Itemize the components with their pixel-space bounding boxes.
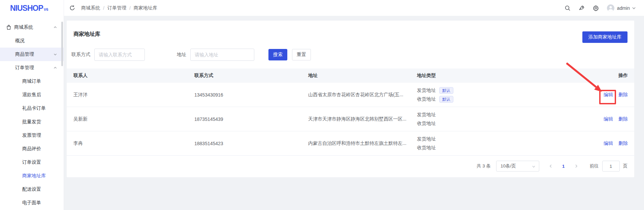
contact-cell: 吴新新 bbox=[67, 116, 190, 122]
sidebar-item-goods-review[interactable]: 商品评价 bbox=[0, 142, 64, 156]
brand-logo: NIUSHOP V6 bbox=[0, 0, 64, 16]
column-header-address: 地址 bbox=[304, 73, 413, 79]
search-icon[interactable] bbox=[565, 5, 571, 11]
add-merchant-address-button[interactable]: 添加商家地址库 bbox=[582, 31, 627, 43]
delete-link[interactable]: 删除 bbox=[618, 92, 628, 98]
chevron-up-icon bbox=[54, 66, 57, 70]
sidebar-item-giftcard-orders[interactable]: 礼品卡订单 bbox=[0, 102, 64, 115]
sidebar-item-label: 订单设置 bbox=[22, 159, 41, 165]
reset-button[interactable]: 重置 bbox=[292, 49, 311, 60]
actions-cell: 编辑 删除 bbox=[589, 116, 634, 122]
address-type-label: 发货地址 bbox=[417, 112, 436, 118]
sidebar-item-overview[interactable]: 概况 bbox=[0, 34, 64, 48]
sidebar-item-order-settings[interactable]: 订单设置 bbox=[0, 156, 64, 169]
address-table: 联系人 联系方式 地址 地址类型 操作 王洋洋 13453430916 山西省太… bbox=[67, 69, 634, 156]
sidebar-item-label: 礼品卡订单 bbox=[22, 105, 46, 111]
actions-cell: 编辑 删除 bbox=[589, 92, 634, 98]
gear-icon[interactable] bbox=[593, 5, 599, 11]
default-badge: 默认 bbox=[439, 96, 453, 103]
contact-cell: 王洋洋 bbox=[67, 92, 190, 98]
sidebar-item-label: 电子面单 bbox=[22, 200, 41, 206]
page-number[interactable]: 1 bbox=[562, 164, 565, 169]
edit-link[interactable]: 编辑 bbox=[604, 116, 613, 122]
address-type-label: 发货地址 bbox=[417, 87, 436, 94]
breadcrumb-separator: / bbox=[103, 5, 104, 11]
sidebar-item-electronic-waybill[interactable]: 电子面单 bbox=[0, 196, 64, 210]
address-type-cell: 发货地址 默认 收货地址 默认 bbox=[413, 87, 589, 103]
topbar-actions: admin bbox=[556, 4, 644, 12]
sidebar-item-label: 退款售后 bbox=[22, 92, 41, 98]
actions-cell: 编辑 删除 bbox=[589, 140, 634, 147]
sidebar-item-refund-aftersale[interactable]: 退款售后 bbox=[0, 88, 64, 102]
sidebar-scrollbar-thumb[interactable] bbox=[61, 22, 63, 66]
sidebar-item-merchant-address-library[interactable]: 商家地址库 bbox=[0, 169, 64, 183]
pagination-total: 共 3 条 bbox=[477, 163, 491, 169]
contact-filter-input[interactable] bbox=[94, 49, 145, 61]
address-filter-label: 地址 bbox=[177, 52, 186, 58]
search-button[interactable]: 搜索 bbox=[268, 49, 287, 60]
address-cell: 天津市天津市静海区静海区北韩别墅西区一区... bbox=[304, 116, 413, 122]
rocket-icon[interactable] bbox=[579, 5, 585, 11]
table-row: 李冉 18835145423 内蒙古自治区呼和浩特市土默特左旗土默特左... 发… bbox=[67, 131, 634, 156]
refresh-icon[interactable] bbox=[69, 5, 75, 11]
edit-link[interactable]: 编辑 bbox=[604, 92, 613, 98]
edit-link[interactable]: 编辑 bbox=[604, 140, 613, 147]
sidebar-item-label: 商家地址库 bbox=[22, 173, 46, 179]
user-silhouette-icon bbox=[607, 4, 614, 12]
table-header-row: 联系人 联系方式 地址 地址类型 操作 bbox=[67, 69, 634, 83]
breadcrumb-item[interactable]: 商家地址库 bbox=[134, 5, 157, 11]
sidebar-item-mall-system[interactable]: 商城系统 bbox=[0, 21, 64, 34]
sidebar-item-delivery-settings[interactable]: 配送设置 bbox=[0, 183, 64, 196]
address-filter-input[interactable] bbox=[190, 49, 254, 61]
sidebar-item-label: 配送设置 bbox=[22, 186, 41, 192]
contact-filter-label: 联系方式 bbox=[71, 52, 90, 58]
column-header-address-type: 地址类型 bbox=[413, 73, 589, 79]
address-type-label: 收货地址 bbox=[417, 96, 436, 102]
sidebar-item-label: 商城系统 bbox=[14, 24, 33, 30]
chevron-down-icon[interactable] bbox=[632, 6, 636, 10]
username[interactable]: admin bbox=[617, 5, 630, 11]
breadcrumb-separator: / bbox=[129, 5, 131, 11]
sidebar-item-order-management[interactable]: 订单管理 bbox=[0, 61, 64, 75]
sidebar-item-label: 商城订单 bbox=[22, 78, 41, 84]
sidebar-item-invoice-management[interactable]: 发票管理 bbox=[0, 129, 64, 142]
address-cell: 内蒙古自治区呼和浩特市土默特左旗土默特左... bbox=[304, 140, 413, 147]
sidebar: NIUSHOP V6 商城系统 概况 商品管理 订单管理 商城订单 退款售后 礼… bbox=[0, 0, 64, 210]
sidebar-item-mall-orders[interactable]: 商城订单 bbox=[0, 75, 64, 88]
avatar[interactable] bbox=[607, 4, 614, 12]
phone-cell: 13453430916 bbox=[190, 92, 304, 98]
column-header-actions: 操作 bbox=[589, 73, 634, 79]
sidebar-item-label: 发票管理 bbox=[22, 132, 41, 138]
phone-cell: 18835145423 bbox=[190, 141, 304, 146]
column-header-contact: 联系人 bbox=[67, 73, 190, 79]
goto-label: 前往 bbox=[590, 163, 599, 169]
next-page-icon[interactable] bbox=[574, 164, 578, 168]
goto-page-input[interactable] bbox=[602, 161, 620, 172]
sidebar-menu: 商城系统 概况 商品管理 订单管理 商城订单 退款售后 礼品卡订单 批量发货 发… bbox=[0, 16, 64, 210]
address-type-label: 收货地址 bbox=[417, 121, 436, 127]
breadcrumb-item[interactable]: 商城系统 bbox=[81, 5, 100, 11]
sidebar-item-label: 商品评价 bbox=[22, 146, 41, 152]
sidebar-item-batch-shipping[interactable]: 批量发货 bbox=[0, 115, 64, 129]
sidebar-item-label: 订单管理 bbox=[15, 65, 34, 71]
contact-cell: 李冉 bbox=[67, 140, 190, 147]
sidebar-item-label: 概况 bbox=[15, 38, 25, 44]
phone-cell: 18735145439 bbox=[190, 116, 304, 122]
default-badge: 默认 bbox=[439, 87, 453, 94]
chevron-down-icon bbox=[532, 165, 536, 168]
brand-name: NIUSHOP bbox=[10, 4, 43, 13]
address-type-cell: 发货地址 收货地址 bbox=[413, 111, 589, 127]
table-row: 吴新新 18735145439 天津市天津市静海区静海区北韩别墅西区一区... … bbox=[67, 107, 634, 131]
breadcrumb-item[interactable]: 订单管理 bbox=[107, 5, 126, 11]
prev-page-icon[interactable] bbox=[549, 164, 553, 168]
address-type-label: 发货地址 bbox=[417, 136, 436, 142]
page-size-value: 10条/页 bbox=[501, 163, 516, 169]
sidebar-item-goods-management[interactable]: 商品管理 bbox=[0, 48, 64, 61]
pagination: 共 3 条 10条/页 1 前往 页 bbox=[477, 161, 627, 172]
brand-version: V6 bbox=[44, 7, 48, 11]
page-size-select[interactable]: 10条/页 bbox=[496, 161, 539, 172]
delete-link[interactable]: 删除 bbox=[618, 140, 628, 147]
column-header-phone: 联系方式 bbox=[190, 73, 304, 79]
delete-link[interactable]: 删除 bbox=[618, 116, 628, 122]
address-type-label: 收货地址 bbox=[417, 145, 436, 151]
